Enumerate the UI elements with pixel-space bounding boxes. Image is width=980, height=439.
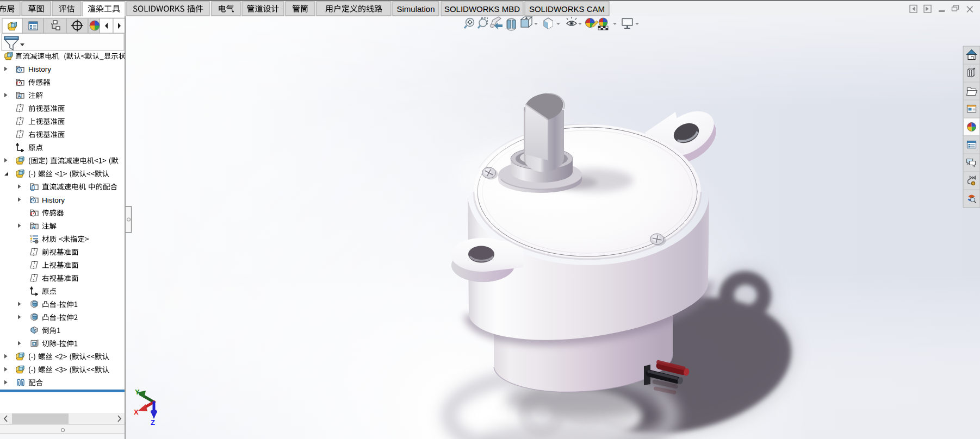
svg-text:History: History [28, 65, 51, 73]
svg-text:Y: Y [135, 388, 140, 396]
svg-text:SOLIDWORKS CAM: SOLIDWORKS CAM [529, 4, 605, 14]
svg-text:History: History [42, 196, 65, 204]
svg-text:Simulation: Simulation [396, 4, 435, 14]
svg-text:A: A [17, 93, 21, 99]
svg-text:A: A [32, 224, 35, 230]
svg-text:X: X [134, 408, 139, 416]
svg-text:SOLIDWORKS MBD: SOLIDWORKS MBD [444, 4, 520, 14]
svg-text:Z: Z [151, 418, 155, 427]
